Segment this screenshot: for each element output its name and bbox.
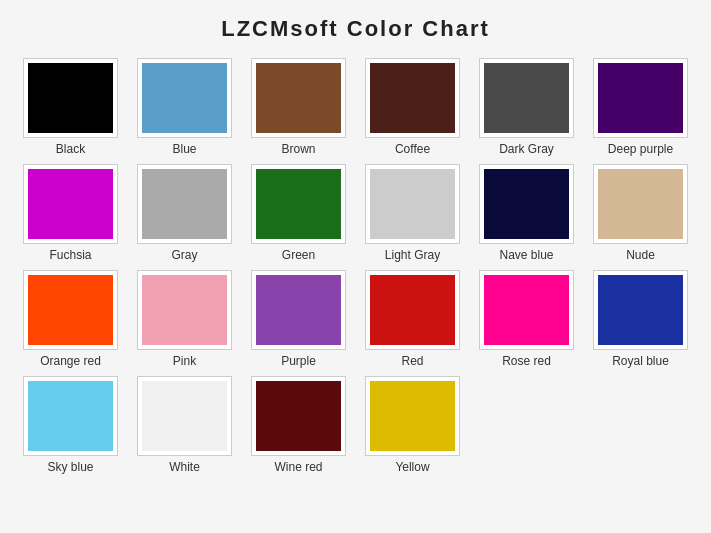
color-swatch-inner xyxy=(598,63,683,133)
color-label: Orange red xyxy=(40,354,101,368)
color-swatch-wrapper xyxy=(23,58,118,138)
color-item: Coffee xyxy=(358,58,468,156)
color-label: Sky blue xyxy=(47,460,93,474)
color-label: Brown xyxy=(281,142,315,156)
color-swatch-inner xyxy=(28,275,113,345)
color-item: Yellow xyxy=(358,376,468,474)
color-swatch-inner xyxy=(142,169,227,239)
color-label: Blue xyxy=(172,142,196,156)
color-swatch-wrapper xyxy=(365,270,460,350)
color-swatch-inner xyxy=(598,169,683,239)
color-swatch-inner xyxy=(142,381,227,451)
color-swatch-inner xyxy=(370,63,455,133)
color-swatch-inner xyxy=(484,169,569,239)
color-swatch-inner xyxy=(370,381,455,451)
color-swatch-inner xyxy=(256,381,341,451)
color-label: Fuchsia xyxy=(49,248,91,262)
color-item: Green xyxy=(244,164,354,262)
color-swatch-wrapper xyxy=(365,58,460,138)
color-swatch-wrapper xyxy=(479,164,574,244)
color-label: Nave blue xyxy=(499,248,553,262)
color-swatch-inner xyxy=(256,275,341,345)
color-swatch-wrapper xyxy=(23,164,118,244)
color-swatch-wrapper xyxy=(593,270,688,350)
color-item: Sky blue xyxy=(16,376,126,474)
color-item: Dark Gray xyxy=(472,58,582,156)
color-swatch-inner xyxy=(370,169,455,239)
color-item: White xyxy=(130,376,240,474)
color-item: Red xyxy=(358,270,468,368)
color-item: Nude xyxy=(586,164,696,262)
color-item: Deep purple xyxy=(586,58,696,156)
color-swatch-inner xyxy=(256,169,341,239)
color-label: Black xyxy=(56,142,85,156)
color-swatch-wrapper xyxy=(137,58,232,138)
color-item: Purple xyxy=(244,270,354,368)
color-swatch-wrapper xyxy=(479,270,574,350)
color-item: Pink xyxy=(130,270,240,368)
color-swatch-inner xyxy=(28,63,113,133)
color-item: Gray xyxy=(130,164,240,262)
color-swatch-wrapper xyxy=(251,376,346,456)
color-swatch-wrapper xyxy=(593,58,688,138)
color-swatch-wrapper xyxy=(137,164,232,244)
color-swatch-inner xyxy=(142,63,227,133)
color-item: Nave blue xyxy=(472,164,582,262)
color-label: Dark Gray xyxy=(499,142,554,156)
color-label: White xyxy=(169,460,200,474)
color-item: Rose red xyxy=(472,270,582,368)
color-item: Light Gray xyxy=(358,164,468,262)
color-grid: BlackBlueBrownCoffeeDark GrayDeep purple… xyxy=(16,58,696,474)
color-label: Rose red xyxy=(502,354,551,368)
color-label: Light Gray xyxy=(385,248,440,262)
color-item: Orange red xyxy=(16,270,126,368)
color-label: Red xyxy=(401,354,423,368)
color-label: Purple xyxy=(281,354,316,368)
color-swatch-wrapper xyxy=(365,164,460,244)
color-item: Wine red xyxy=(244,376,354,474)
color-label: Royal blue xyxy=(612,354,669,368)
page-title: LZCMsoft Color Chart xyxy=(221,16,490,42)
color-item: Royal blue xyxy=(586,270,696,368)
color-swatch-inner xyxy=(484,275,569,345)
color-swatch-wrapper xyxy=(479,58,574,138)
color-swatch-wrapper xyxy=(137,376,232,456)
color-swatch-wrapper xyxy=(23,270,118,350)
color-swatch-inner xyxy=(256,63,341,133)
color-swatch-inner xyxy=(598,275,683,345)
color-item: Fuchsia xyxy=(16,164,126,262)
color-label: Green xyxy=(282,248,315,262)
color-swatch-inner xyxy=(142,275,227,345)
color-swatch-inner xyxy=(484,63,569,133)
color-label: Nude xyxy=(626,248,655,262)
color-swatch-wrapper xyxy=(23,376,118,456)
color-swatch-wrapper xyxy=(365,376,460,456)
color-swatch-wrapper xyxy=(251,164,346,244)
color-label: Wine red xyxy=(274,460,322,474)
color-swatch-inner xyxy=(28,381,113,451)
color-swatch-wrapper xyxy=(251,270,346,350)
color-swatch-wrapper xyxy=(251,58,346,138)
color-label: Pink xyxy=(173,354,196,368)
color-swatch-wrapper xyxy=(137,270,232,350)
color-swatch-inner xyxy=(28,169,113,239)
color-label: Gray xyxy=(171,248,197,262)
color-item: Blue xyxy=(130,58,240,156)
color-swatch-inner xyxy=(370,275,455,345)
color-label: Deep purple xyxy=(608,142,673,156)
color-item: Black xyxy=(16,58,126,156)
color-label: Yellow xyxy=(395,460,429,474)
color-item: Brown xyxy=(244,58,354,156)
color-label: Coffee xyxy=(395,142,430,156)
color-swatch-wrapper xyxy=(593,164,688,244)
